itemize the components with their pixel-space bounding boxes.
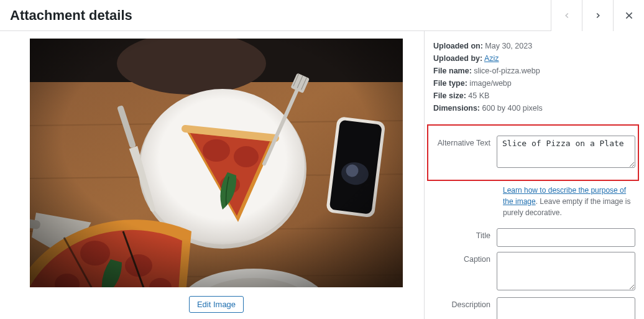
title-field-row: Title <box>433 228 635 247</box>
description-input[interactable] <box>497 297 635 319</box>
alt-text-label: Alternative Text <box>433 136 497 147</box>
svg-rect-34 <box>30 39 403 287</box>
close-button[interactable] <box>613 0 644 31</box>
uploaded-by-link[interactable]: Aziz <box>484 54 499 63</box>
file-type-label: File type: <box>433 79 467 88</box>
attachment-preview-image <box>30 39 403 287</box>
uploaded-on-value: May 30, 2023 <box>485 42 532 50</box>
file-size-label: File size: <box>433 91 466 100</box>
header-nav <box>551 0 644 30</box>
edit-image-button[interactable]: Edit Image <box>189 296 244 313</box>
file-size-value: 45 KB <box>468 91 489 100</box>
alt-text-field-row: Alternative Text <box>428 126 638 180</box>
description-label: Description <box>433 297 497 309</box>
prev-button[interactable] <box>551 0 582 31</box>
close-icon <box>624 11 634 21</box>
caption-input[interactable] <box>497 252 635 290</box>
dimensions-label: Dimensions: <box>433 104 480 113</box>
details-column: Uploaded on: May 30, 2023 Uploaded by: A… <box>424 31 644 319</box>
modal-title: Attachment details <box>10 7 132 24</box>
preview-column: Edit Image <box>0 31 424 319</box>
chevron-right-icon <box>594 11 602 20</box>
description-field-row: Description <box>433 297 635 319</box>
uploaded-by-label: Uploaded by: <box>433 54 482 63</box>
title-input[interactable] <box>497 228 635 247</box>
file-name-label: File name: <box>433 67 472 75</box>
dimensions-value: 600 by 400 pixels <box>482 104 543 113</box>
modal-body: Edit Image Uploaded on: May 30, 2023 Upl… <box>0 31 644 319</box>
title-label: Title <box>433 228 497 240</box>
alt-text-help: Learn how to describe the purpose of the… <box>503 185 635 218</box>
attachment-meta: Uploaded on: May 30, 2023 Uploaded by: A… <box>433 40 635 114</box>
chevron-left-icon <box>563 11 571 20</box>
next-button[interactable] <box>582 0 613 31</box>
file-type-value: image/webp <box>469 79 511 88</box>
file-name-value: slice-of-pizza.webp <box>474 67 540 75</box>
uploaded-on-label: Uploaded on: <box>433 42 483 50</box>
caption-label: Caption <box>433 252 497 264</box>
caption-field-row: Caption <box>433 252 635 292</box>
alt-text-input[interactable] <box>497 136 635 168</box>
modal-header: Attachment details <box>0 0 644 31</box>
